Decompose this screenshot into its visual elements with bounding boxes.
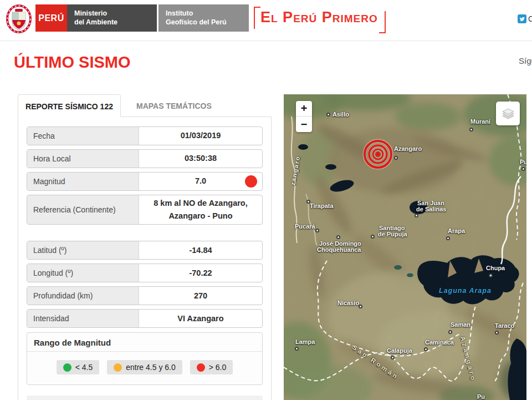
report-row-value: 270 — [139, 287, 262, 305]
map-town-dot — [295, 347, 299, 351]
report-row-label: Longitud (º) — [27, 264, 139, 282]
map-label-laguna-arapa: Laguna Arapa — [439, 287, 492, 295]
legend-item-label: < 4.5 — [75, 363, 93, 372]
ministry-block: Ministerio del Ambiente — [67, 4, 157, 32]
report-row-fecha: Fecha01/03/2019 — [27, 126, 263, 145]
report-row-value: 01/03/2019 — [139, 127, 262, 145]
map-town-dot — [315, 229, 319, 232]
report-row-label: Magnitud — [27, 173, 139, 190]
report-row-latitud: Latitud (º)-14.84 — [27, 241, 263, 260]
institute-line2: Geofísico del Perú — [166, 18, 249, 27]
legend-title: Rango de Magnitud — [27, 333, 262, 352]
legend-item-entre-4-5-y-6-0: entre 4.5 y 6.0 — [107, 360, 182, 374]
report-row-magnitud: Magnitud7.0 — [27, 172, 263, 191]
report-row-referencia-continente: Referencia (Continente)8 km al NO de Aza… — [27, 195, 263, 225]
map-label-nicasio: Nicasio — [337, 300, 359, 306]
map-label-saman: Saman — [451, 322, 470, 328]
legend-items: < 4.5entre 4.5 y 6.0> 6.0 — [27, 352, 262, 384]
ministry-line2: del Ambiente — [74, 18, 157, 27]
collapsed-section[interactable] — [27, 396, 263, 400]
map-town-dot — [489, 274, 493, 277]
map-label-de-salinas: de Salinas — [416, 206, 446, 212]
map-label-arapa: Arapa — [448, 228, 465, 234]
map-label-azangaro: Azangaro — [394, 146, 422, 152]
map-label-pucara: Pucará — [295, 224, 315, 230]
report-row-label: Profundidad (km) — [27, 287, 139, 305]
report-row-label: Latitud (º) — [27, 241, 139, 259]
report-row-label: Referencia (Continente) — [27, 195, 139, 224]
report-row-value: 8 km al NO de Azangaro,Azangaro - Puno — [139, 195, 262, 224]
institute-block: Instituto Geofísico del Perú — [158, 4, 249, 32]
report-row-longitud: Longitud (º)-70.22 — [27, 264, 263, 282]
report-value-line: Azangaro - Puno — [168, 210, 232, 222]
magnitude-legend: Rango de Magnitud < 4.5entre 4.5 y 6.0> … — [27, 332, 263, 385]
legend-item-label: entre 4.5 y 6.0 — [126, 363, 176, 372]
share-link[interactable]: C — [518, 14, 532, 23]
map-label-choquehuanca: Choquehuanca — [317, 247, 361, 253]
map-town-dot — [371, 235, 375, 239]
map-zoom-control: + − — [296, 101, 312, 132]
report-value-line: 8 km al NO de Azangaro, — [154, 197, 247, 210]
peru-logo-block: PERÚ — [35, 4, 67, 32]
twitter-icon[interactable] — [518, 14, 526, 23]
tab-reporte-sismico[interactable]: REPORTE SÍSMICO 122 — [18, 94, 121, 118]
peru-logo-label: PERÚ — [38, 13, 64, 23]
tab-mapas-tematicos[interactable]: MAPAS TEMÁTICOS — [121, 94, 227, 117]
layers-icon — [501, 107, 515, 121]
earthquake-map[interactable]: AsilloMuraniAzangaroPuTirapataPucaráJosé… — [284, 94, 526, 400]
page: PERÚ Ministerio del Ambiente Instituto G… — [0, 0, 532, 400]
share-label[interactable]: C — [528, 14, 532, 23]
report-row-label: Intensidad — [27, 310, 139, 327]
map-town-dot — [521, 167, 525, 171]
map-label-murani: Murani — [470, 119, 490, 125]
report-row-value: -70.22 — [139, 264, 262, 282]
layers-control-button[interactable] — [496, 102, 520, 125]
map-town-dot — [336, 235, 340, 239]
legend-color-dot — [63, 363, 71, 372]
map-town-dot — [446, 236, 450, 240]
map-label-de-pupuja: de Pupuja — [378, 231, 407, 237]
map-town-dot — [448, 330, 452, 334]
el-peru-primero-logo: El Perú Primero — [254, 6, 386, 34]
zoom-in-button[interactable]: + — [296, 101, 312, 117]
institute-line1: Instituto — [166, 9, 249, 18]
map-label-chupa: Chupa — [486, 265, 505, 271]
map-label-lampa: Lampa — [295, 339, 315, 345]
magnitude-indicator — [245, 175, 257, 188]
earthquake-epicenter-marker[interactable] — [362, 139, 393, 170]
report-row-hora-local: Hora Local03:50:38 — [27, 149, 263, 168]
motto-bracket-right — [379, 11, 386, 33]
report-rows: Fecha01/03/2019Hora Local03:50:38Magnitu… — [27, 126, 263, 328]
map-label-pu: Pu — [477, 394, 485, 400]
map-label-tirapata: Tirapata — [310, 203, 334, 209]
legend-color-dot — [197, 363, 205, 372]
follow-us-link[interactable]: Sígu — [519, 56, 532, 65]
map-town-dot — [469, 128, 473, 131]
site-header: PERÚ Ministerio del Ambiente Instituto G… — [0, 0, 532, 41]
report-row-value: VI Azangaro — [139, 310, 262, 327]
zoom-out-button[interactable]: − — [296, 117, 312, 132]
seismic-report-panel: Fecha01/03/2019Hora Local03:50:38Magnitu… — [18, 117, 272, 400]
report-row-profundidad-km: Profundidad (km)270 — [27, 286, 263, 305]
map-town-dot — [495, 331, 499, 335]
motto-bracket-left — [254, 7, 260, 29]
report-row-label: Fecha — [27, 127, 139, 145]
ministry-line1: Ministerio — [74, 9, 157, 18]
map-town-dot — [391, 356, 395, 360]
map-town-dot — [415, 214, 418, 217]
map-town-dot — [424, 347, 428, 351]
map-label-caminaca: Caminaca — [425, 340, 454, 346]
legend-item-6-0: > 6.0 — [190, 360, 233, 374]
legend-item-label: > 6.0 — [209, 363, 227, 372]
map-town-dot — [394, 156, 398, 160]
map-label-calapuja: Calapuja — [387, 348, 412, 354]
legend-color-dot — [114, 363, 122, 372]
report-row-value: 03:50:38 — [139, 150, 262, 168]
report-row-intensidad: IntensidadVI Azangaro — [27, 309, 263, 328]
report-row-value: 7.0 — [139, 173, 262, 190]
map-label-asillo: Asillo — [332, 112, 349, 118]
map-label-pu: Pu — [520, 159, 526, 165]
map-label-taraco: Taraco — [495, 323, 514, 329]
peru-coat-of-arms-icon — [6, 2, 32, 34]
page-title: ÚLTIMO SISMO — [14, 53, 131, 72]
